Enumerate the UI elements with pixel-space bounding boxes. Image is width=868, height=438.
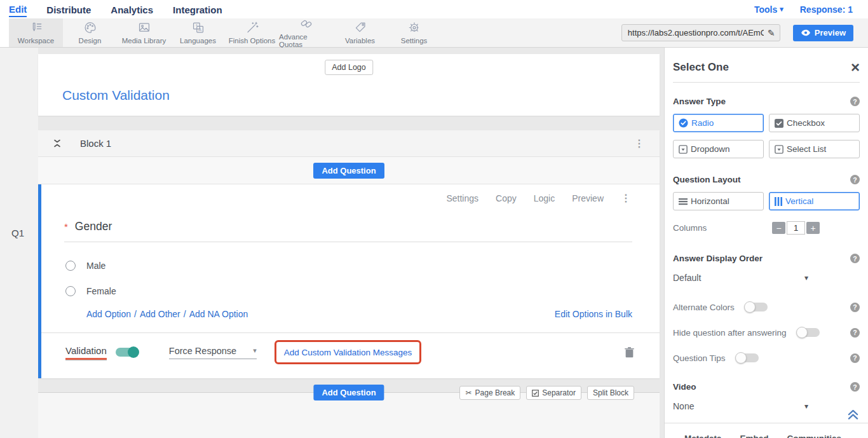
tab-metadata[interactable]: Metadata bbox=[684, 434, 722, 438]
option-links-row: Add Option / Add Other / Add NA Option E… bbox=[41, 297, 660, 319]
answer-type-label: Answer Type bbox=[673, 97, 726, 106]
split-block-label: Split Block bbox=[593, 388, 628, 397]
split-block-button[interactable]: Split Block bbox=[587, 386, 634, 400]
answer-option-row: Male bbox=[65, 260, 660, 271]
alternate-colors-label: Alternate Colors bbox=[673, 303, 735, 312]
preview-button[interactable]: Preview bbox=[793, 25, 853, 41]
question-gutter: Q1 bbox=[0, 48, 38, 438]
help-icon[interactable]: ? bbox=[850, 97, 860, 106]
answer-option-label[interactable]: Male bbox=[86, 261, 105, 271]
next-block-area: Add Question ✂ Page Break Separator Spli… bbox=[38, 392, 660, 438]
answer-type-checkbox[interactable]: Checkbox bbox=[769, 114, 860, 132]
block-menu-icon[interactable]: ⋮ bbox=[634, 139, 644, 149]
tab-communities[interactable]: Communities bbox=[787, 434, 842, 438]
toolbar-tab-languages[interactable]: *A Languages bbox=[171, 18, 225, 47]
nav-item-edit[interactable]: Edit bbox=[9, 2, 27, 17]
answer-display-order-select[interactable]: Default ▾ bbox=[673, 273, 808, 283]
edit-pencil-icon[interactable]: ✎ bbox=[768, 28, 775, 38]
question-title-underline bbox=[64, 242, 632, 242]
delete-question-button[interactable] bbox=[625, 347, 634, 358]
add-option-link[interactable]: Add Option bbox=[86, 309, 131, 319]
question-layout-grid: Horizontal Vertical bbox=[673, 192, 860, 210]
separator-icon bbox=[532, 390, 539, 397]
eye-icon bbox=[801, 29, 811, 36]
add-question-button-top[interactable]: Add Question bbox=[313, 163, 384, 179]
validation-toggle[interactable] bbox=[116, 348, 139, 357]
preview-label: Preview bbox=[815, 28, 846, 38]
question-copy-link[interactable]: Copy bbox=[496, 193, 517, 203]
block-card: Block 1 ⋮ Add Question Settings Copy Log… bbox=[38, 130, 660, 378]
question-preview-link[interactable]: Preview bbox=[572, 193, 604, 203]
add-na-option-link[interactable]: Add NA Option bbox=[189, 309, 248, 319]
add-other-link[interactable]: Add Other bbox=[140, 309, 180, 319]
radio-button[interactable] bbox=[65, 286, 76, 296]
toolbar-tab-finish-options[interactable]: Finish Options bbox=[225, 18, 279, 47]
layout-vertical-button[interactable]: Vertical bbox=[769, 192, 860, 210]
columns-stepper: − 1 + bbox=[772, 221, 820, 235]
columns-plus-button[interactable]: + bbox=[806, 222, 820, 234]
toolbar-tab-advance-quotas[interactable]: Advance Quotas bbox=[279, 18, 333, 47]
toolbar-tab-variables[interactable]: Variables bbox=[333, 18, 387, 47]
help-icon[interactable]: ? bbox=[850, 303, 860, 312]
question-menu-icon[interactable]: ⋮ bbox=[621, 193, 631, 203]
columns-minus-button[interactable]: − bbox=[772, 222, 785, 234]
edit-options-in-bulk-link[interactable]: Edit Options in Bulk bbox=[555, 309, 632, 319]
video-select[interactable]: None ▾ bbox=[673, 401, 808, 411]
columns-row: Columns − 1 + bbox=[673, 221, 860, 235]
link-separator: / bbox=[134, 309, 137, 319]
answer-type-radio[interactable]: Radio bbox=[673, 114, 764, 132]
dropdown-icon bbox=[679, 145, 688, 154]
add-question-button-bottom[interactable]: Add Question bbox=[313, 385, 384, 400]
toolbar-tab-workspace[interactable]: Workspace bbox=[9, 18, 63, 47]
toolbar-tab-media-library[interactable]: Media Library bbox=[117, 18, 171, 47]
answer-display-order-value: Default bbox=[673, 273, 701, 283]
help-icon[interactable]: ? bbox=[850, 254, 860, 263]
tools-menu[interactable]: Tools ▾ bbox=[754, 4, 783, 15]
caret-down-icon: ▾ bbox=[804, 274, 808, 282]
question-card: Settings Copy Logic Preview ⋮ * Gender M… bbox=[38, 184, 660, 378]
survey-title[interactable]: Custom Validation bbox=[62, 88, 170, 103]
columns-value[interactable]: 1 bbox=[787, 221, 805, 235]
close-icon[interactable]: × bbox=[851, 62, 860, 73]
nav-item-distribute[interactable]: Distribute bbox=[46, 3, 91, 17]
layout-horizontal-button[interactable]: Horizontal bbox=[673, 192, 764, 210]
question-settings-link[interactable]: Settings bbox=[446, 193, 478, 203]
question-layout-label: Question Layout bbox=[673, 175, 741, 184]
answer-type-select-list[interactable]: Select List bbox=[769, 140, 860, 158]
force-response-dropdown[interactable]: Force Response ▾ bbox=[169, 346, 257, 359]
add-logo-button[interactable]: Add Logo bbox=[325, 60, 373, 75]
scroll-to-top-button[interactable] bbox=[847, 409, 859, 420]
toolbar-tab-design[interactable]: Design bbox=[63, 18, 117, 47]
question-tips-toggle[interactable] bbox=[736, 353, 759, 362]
answer-option-label[interactable]: Female bbox=[86, 286, 116, 296]
answer-type-dropdown[interactable]: Dropdown bbox=[673, 140, 764, 158]
panel-title: Select One bbox=[673, 61, 729, 74]
question-logic-link[interactable]: Logic bbox=[534, 193, 555, 203]
toolbar-right: https://labs2.questionpro.com/t/AEmOx ✎ … bbox=[621, 18, 868, 47]
help-icon[interactable]: ? bbox=[850, 382, 860, 392]
survey-url-field[interactable]: https://labs2.questionpro.com/t/AEmOx ✎ bbox=[621, 24, 780, 41]
response-count[interactable]: Response: 1 bbox=[800, 4, 853, 15]
toolbar-tab-settings[interactable]: Settings bbox=[387, 18, 441, 47]
nav-item-integration[interactable]: Integration bbox=[173, 3, 222, 17]
toggle-knob bbox=[744, 301, 756, 313]
tab-embed[interactable]: Embed bbox=[740, 434, 769, 438]
help-icon[interactable]: ? bbox=[850, 353, 860, 363]
question-settings-panel: Select One × Answer Type ? Radio Checkbo… bbox=[664, 48, 868, 438]
answer-option-row: Female bbox=[65, 285, 660, 297]
radio-button[interactable] bbox=[65, 261, 76, 271]
help-icon[interactable]: ? bbox=[850, 328, 860, 338]
help-icon[interactable]: ? bbox=[850, 175, 860, 184]
video-label: Video bbox=[673, 382, 696, 392]
chain-link-icon bbox=[299, 17, 313, 32]
add-custom-validation-messages-link[interactable]: Add Custom Validation Messages bbox=[284, 348, 412, 357]
alternate-colors-toggle[interactable] bbox=[745, 303, 768, 311]
answer-type-option-label: Dropdown bbox=[691, 144, 730, 154]
nav-item-analytics[interactable]: Analytics bbox=[111, 3, 153, 17]
question-title[interactable]: Gender bbox=[75, 220, 112, 233]
separator-button[interactable]: Separator bbox=[526, 386, 581, 400]
collapse-block-icon[interactable] bbox=[53, 139, 61, 148]
checkbox-icon bbox=[775, 119, 783, 128]
hide-question-toggle[interactable] bbox=[797, 328, 820, 337]
page-break-button[interactable]: ✂ Page Break bbox=[459, 386, 520, 400]
